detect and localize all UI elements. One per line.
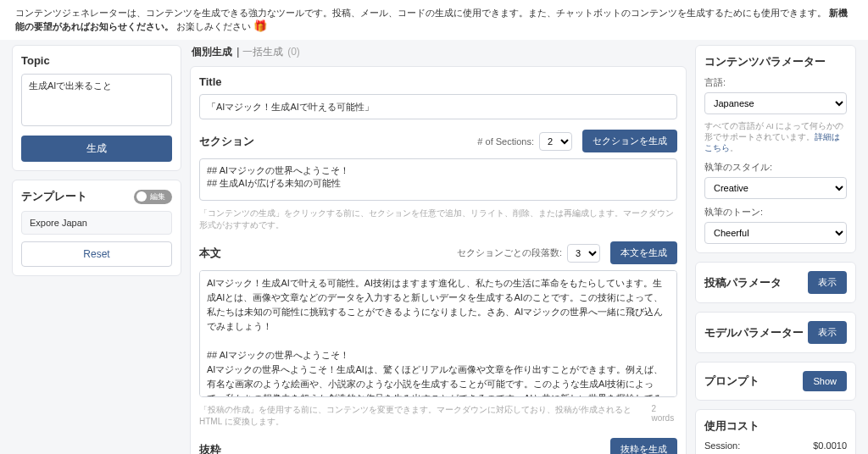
content-card: Title セクション # of Sections: 2 セクションを生成 「コ… <box>190 66 687 454</box>
generation-tabs: 個別生成 | 一括生成 (0) <box>190 45 687 59</box>
topbar-text: コンテンツジェネレーターは、コンテンツを生成できる強力なツールです。投稿、メール… <box>15 8 826 18</box>
topic-card: Topic 生成 <box>12 45 181 171</box>
language-select[interactable]: Japanese <box>704 92 847 114</box>
tone-label: 執筆のトーン: <box>704 206 847 219</box>
title-label: Title <box>199 75 677 88</box>
sections-num-label: # of Sections: <box>477 136 534 147</box>
post-params-card: 投稿パラメータ 表示 <box>695 262 856 303</box>
body-num-select[interactable]: 3 <box>567 244 600 263</box>
model-params-show-button[interactable]: 表示 <box>808 321 847 344</box>
sections-label: セクション <box>199 134 254 149</box>
prompt-show-button[interactable]: Show <box>803 371 847 391</box>
tab-bulk[interactable]: 一括生成 <box>242 46 283 58</box>
body-hint: 「投稿の作成」を使用する前に、コンテンツを変更できます。マークダウンに対応してお… <box>199 404 652 428</box>
content-params-card: コンテンツパラメーター 言語: Japanese すべての言語が AI によって… <box>695 45 856 253</box>
sections-hint: 「コンテンツの生成」をクリックする前に、セクションを任意で追加、リライト、削除、… <box>199 208 677 231</box>
gift-icon: 🎁 <box>253 19 267 32</box>
language-label: 言語: <box>704 76 847 89</box>
generate-button[interactable]: 生成 <box>21 136 172 162</box>
template-edit-toggle[interactable]: 編集 <box>134 190 172 204</box>
tone-select[interactable]: Cheerful <box>704 222 847 244</box>
body-word-count: 2 words <box>652 404 678 428</box>
topic-input[interactable] <box>21 74 172 126</box>
body-label: 本文 <box>199 246 221 261</box>
template-heading: テンプレート <box>21 189 87 204</box>
generate-excerpt-button[interactable]: 抜粋を生成 <box>610 438 677 454</box>
post-params-show-button[interactable]: 表示 <box>808 271 847 294</box>
generate-sections-button[interactable]: セクションを生成 <box>582 130 677 152</box>
content-params-heading: コンテンツパラメーター <box>704 54 847 69</box>
body-input[interactable] <box>199 270 677 397</box>
post-params-heading: 投稿パラメータ <box>704 275 782 291</box>
top-description: コンテンツジェネレーターは、コンテンツを生成できる強力なツールです。投稿、メール… <box>0 0 868 40</box>
topbar-tail: お楽しみください <box>176 21 251 31</box>
generate-body-button[interactable]: 本文を生成 <box>610 241 677 264</box>
topic-heading: Topic <box>21 54 172 67</box>
template-card: テンプレート 編集 Expore Japan Reset <box>12 180 181 276</box>
template-item[interactable]: Expore Japan <box>21 211 172 235</box>
language-note: すべての言語が AI によって何らかの形でサポートされています。詳細はこちら。 <box>704 121 847 154</box>
session-label: Session: <box>704 440 740 451</box>
title-input[interactable] <box>199 94 677 119</box>
prompt-heading: プロンプト <box>704 374 760 389</box>
tab-individual[interactable]: 個別生成 <box>192 46 232 58</box>
body-num-label: セクションごとの段落数: <box>457 246 562 259</box>
style-select[interactable]: Creative <box>704 177 847 199</box>
model-params-card: モデルパラメーター 表示 <box>695 312 856 353</box>
cost-heading: 使用コスト <box>704 418 847 434</box>
style-label: 執筆のスタイル: <box>704 161 847 174</box>
excerpt-label: 抜粋 <box>199 442 221 455</box>
prompt-card: プロンプト Show <box>695 362 856 401</box>
session-value: $0.0010 <box>813 440 847 451</box>
template-reset-button[interactable]: Reset <box>21 241 172 267</box>
sections-input[interactable] <box>199 158 677 201</box>
sections-num-select[interactable]: 2 <box>539 132 572 151</box>
cost-card: 使用コスト Session:$0.0010 Last Request:$0.00… <box>695 409 856 454</box>
model-params-heading: モデルパラメーター <box>704 325 804 340</box>
bulk-count: (0) <box>287 46 300 58</box>
